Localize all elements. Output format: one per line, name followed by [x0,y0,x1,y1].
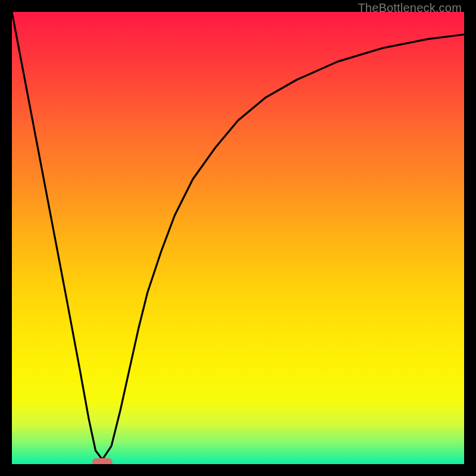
watermark-text: TheBottleneck.com [358,1,462,15]
chart-frame: TheBottleneck.com [0,0,476,476]
bottleneck-curve [12,12,464,459]
curve-svg [12,12,464,464]
plot-area [12,12,464,464]
minimum-marker [92,458,112,464]
